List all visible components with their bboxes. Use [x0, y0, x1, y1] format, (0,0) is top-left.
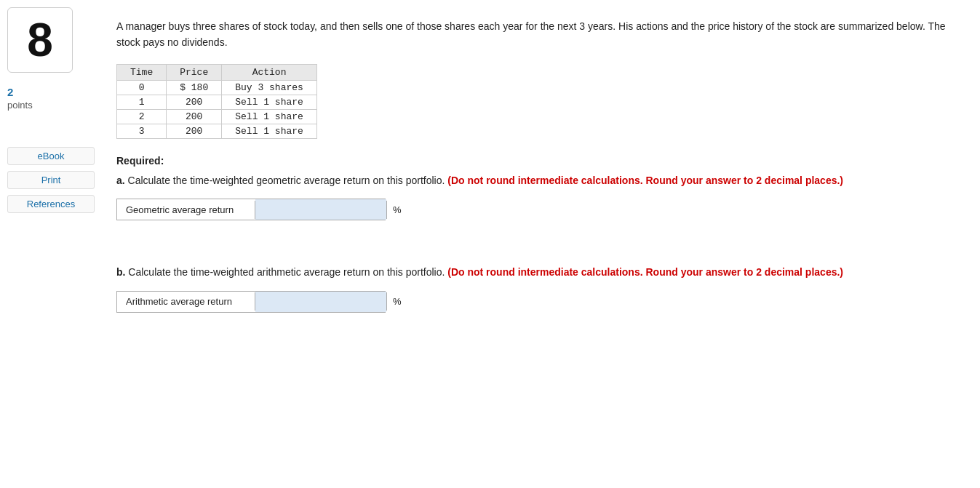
- cell-price-1: 200: [167, 95, 222, 109]
- cell-price-0: $ 180: [167, 80, 222, 95]
- references-link[interactable]: References: [7, 195, 95, 213]
- part-a-label: a.: [116, 175, 125, 186]
- cell-time-3: 3: [117, 124, 167, 138]
- part-a-note: (Do not round intermediate calculations.…: [447, 175, 843, 186]
- question-number: 8: [27, 17, 53, 63]
- col-header-time: Time: [117, 64, 167, 80]
- geometric-return-label: Geometric average return: [117, 201, 255, 219]
- cell-action-3: Sell 1 share: [222, 124, 317, 138]
- arithmetic-return-unit: %: [386, 292, 407, 311]
- table-row: 3 200 Sell 1 share: [117, 124, 317, 138]
- arithmetic-return-row: Arithmetic average return %: [116, 291, 386, 313]
- geometric-return-input[interactable]: [255, 199, 386, 220]
- geometric-return-row: Geometric average return %: [116, 199, 386, 220]
- col-header-action: Action: [222, 64, 317, 80]
- arithmetic-return-input[interactable]: [255, 292, 386, 312]
- sidebar-links: eBook Print References: [7, 147, 95, 213]
- cell-action-1: Sell 1 share: [222, 95, 317, 109]
- table-row: 0 $ 180 Buy 3 shares: [117, 80, 317, 95]
- required-label: Required:: [116, 155, 951, 167]
- ebook-link[interactable]: eBook: [7, 147, 95, 165]
- main-content: A manager buys three shares of stock tod…: [102, 0, 980, 488]
- table-row: 1 200 Sell 1 share: [117, 95, 317, 109]
- cell-action-2: Sell 1 share: [222, 109, 317, 124]
- arithmetic-return-label: Arithmetic average return: [117, 292, 255, 311]
- print-link[interactable]: Print: [7, 171, 95, 189]
- sidebar: 8 2 points eBook Print References: [0, 0, 102, 488]
- part-b-label: b.: [116, 266, 125, 278]
- part-b-note: (Do not round intermediate calculations.…: [447, 266, 843, 278]
- data-table: Time Price Action 0 $ 180 Buy 3 shares 1…: [116, 64, 317, 139]
- table-row: 2 200 Sell 1 share: [117, 109, 317, 124]
- part-a-instruction: a. Calculate the time-weighted geometric…: [116, 172, 951, 188]
- cell-time-1: 1: [117, 95, 167, 109]
- col-header-price: Price: [167, 64, 222, 80]
- section-b: b. Calculate the time-weighted arithmeti…: [116, 264, 951, 312]
- part-b-instruction: b. Calculate the time-weighted arithmeti…: [116, 264, 951, 280]
- points-label: points: [7, 100, 33, 111]
- cell-price-2: 200: [167, 109, 222, 124]
- points-value: 2: [7, 86, 13, 98]
- cell-price-3: 200: [167, 124, 222, 138]
- geometric-return-unit: %: [386, 201, 407, 219]
- cell-time-2: 2: [117, 109, 167, 124]
- cell-action-0: Buy 3 shares: [222, 80, 317, 95]
- question-text: A manager buys three shares of stock tod…: [116, 11, 951, 51]
- part-a-text: Calculate the time-weighted geometric av…: [128, 175, 448, 186]
- page-layout: 8 2 points eBook Print References A mana…: [0, 0, 980, 488]
- question-number-box: 8: [7, 7, 73, 73]
- part-b-text: Calculate the time-weighted arithmetic a…: [128, 266, 447, 278]
- cell-time-0: 0: [117, 80, 167, 95]
